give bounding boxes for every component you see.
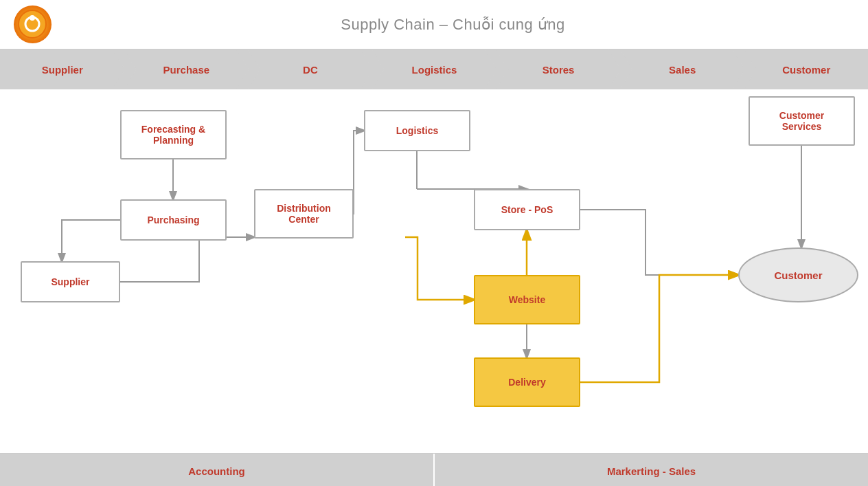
customer-ellipse: Customer [738,247,858,302]
pipeline-sales: Sales [620,49,745,89]
store-pos-box: Store - PoS [474,189,580,230]
website-box: Website [474,275,580,324]
distribution-center-box: DistributionCenter [254,189,354,239]
pipeline-stores: Stores [496,49,621,89]
logo-icon [14,5,52,43]
marketing-panel: Markerting - Sales [435,454,868,486]
purchasing-box: Purchasing [120,199,227,241]
customer-services-box: CustomerServices [749,96,855,146]
pipeline-logistics: Logistics [372,49,497,89]
header: Supply Chain – Chuỗi cung ứng [0,0,868,49]
pipeline-banner: Supplier Purchase DC Logistics Stores Sa… [0,49,868,89]
svg-point-2 [30,15,35,21]
forecasting-planning-box: Forecasting & Planning [120,110,227,159]
pipeline-purchase: Purchase [124,49,249,89]
diagram-area: Forecasting & Planning Logistics Custome… [0,89,868,453]
logistics-box: Logistics [364,110,470,151]
pipeline-supplier: Supplier [0,49,125,89]
pipeline-customer: Customer [744,49,868,89]
svg-point-0 [19,10,46,38]
delivery-box: Delivery [474,357,580,407]
bottom-panels: Accounting Markerting - Sales [0,453,868,486]
accounting-panel: Accounting [0,454,435,486]
pipeline-dc: DC [248,49,373,89]
page-title: Supply Chain – Chuỗi cung ứng [52,16,854,34]
supplier-box: Supplier [21,261,120,302]
